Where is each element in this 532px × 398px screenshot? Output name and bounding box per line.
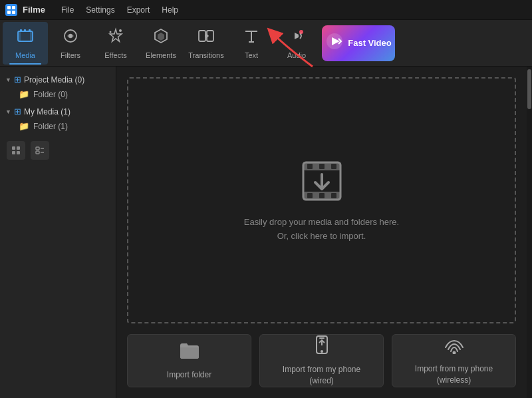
media-dropzone[interactable]: Easily drop your media and folders here.… (127, 77, 516, 323)
fast-video-button[interactable]: Fast Video (322, 25, 395, 61)
svg-rect-0 (7, 6, 11, 9)
toolbar-filters[interactable]: Filters (48, 22, 93, 65)
import-phone-wireless-label: Import from my phone(wireless) (415, 363, 493, 386)
sidebar-project-media-label: Project Media (0) (24, 75, 84, 85)
sidebar-folder-1[interactable]: 📁 Folder (1) (0, 119, 116, 133)
toolbar-transitions[interactable]: Transitions (184, 22, 229, 65)
main-area: ▼ ⊞ Project Media (0) 📁 Folder (0) ▼ ⊞ M… (0, 67, 532, 398)
effects-icon (107, 27, 124, 49)
toolbar-elements-label: Elements (146, 51, 176, 59)
svg-point-13 (110, 31, 112, 33)
sidebar-section-my-media: ▼ ⊞ My Media (1) 📁 Folder (1) (0, 104, 116, 133)
sidebar-my-media-header[interactable]: ▼ ⊞ My Media (1) (0, 104, 116, 119)
svg-rect-40 (319, 337, 325, 339)
sidebar-folder-1-label: Folder (1) (33, 122, 68, 131)
film-icon (298, 157, 346, 205)
svg-point-12 (119, 29, 122, 32)
text-icon (243, 27, 260, 49)
menu-file[interactable]: File (56, 4, 79, 16)
toolbar-effects-label: Effects (104, 51, 126, 59)
chevron-down-icon: ▼ (5, 77, 11, 83)
folder-icon: 📁 (19, 89, 29, 99)
svg-rect-35 (331, 164, 336, 169)
svg-rect-38 (331, 193, 336, 198)
svg-rect-9 (24, 29, 26, 32)
toolbar-audio[interactable]: ♪ Audio (274, 22, 319, 65)
folder-icon-3 (179, 341, 200, 364)
svg-rect-8 (29, 29, 31, 32)
sidebar-my-media-label: My Media (1) (24, 107, 70, 116)
svg-rect-26 (36, 147, 39, 150)
sidebar-view-grid-button[interactable] (7, 141, 25, 160)
toolbar-text-label: Text (245, 51, 258, 59)
svg-point-42 (452, 351, 456, 355)
sidebar-section-project-media: ▼ ⊞ Project Media (0) 📁 Folder (0) (0, 72, 116, 101)
phone-wireless-icon (442, 335, 466, 358)
svg-rect-33 (307, 164, 313, 169)
import-phone-wireless-button[interactable]: Import from my phone(wireless) (392, 334, 516, 387)
audio-icon: ♪ (288, 27, 305, 49)
import-folder-button[interactable]: Import folder (127, 334, 251, 387)
svg-rect-23 (17, 146, 20, 150)
sidebar: ▼ ⊞ Project Media (0) 📁 Folder (0) ▼ ⊞ M… (0, 67, 116, 398)
toolbar-transitions-label: Transitions (188, 51, 223, 59)
svg-rect-16 (199, 31, 205, 41)
app-icon (5, 4, 17, 16)
filters-icon (62, 27, 79, 49)
scroll-thumb[interactable] (527, 69, 531, 109)
svg-rect-7 (20, 29, 22, 32)
menu-settings[interactable]: Settings (80, 4, 120, 16)
elements-icon (152, 27, 170, 49)
transitions-icon (198, 27, 215, 49)
import-phone-wired-button[interactable]: Import from my phone(wired) (259, 334, 384, 387)
toolbar-filters-label: Filters (61, 51, 80, 59)
toolbar-effects[interactable]: Effects (93, 22, 138, 65)
svg-rect-37 (319, 193, 325, 198)
scrollbar[interactable] (527, 67, 532, 398)
fast-video-icon (325, 32, 344, 54)
sidebar-folder-0[interactable]: 📁 Folder (0) (0, 87, 116, 101)
app-title: Filme (23, 5, 45, 15)
toolbar: Media Filters Effects E (0, 20, 532, 67)
toolbar-text[interactable]: Text (229, 22, 274, 65)
sidebar-folder-0-label: Folder (0) (33, 90, 68, 99)
toolbar-elements[interactable]: Elements (138, 22, 184, 65)
sidebar-project-media-header[interactable]: ▼ ⊞ Project Media (0) (0, 72, 116, 87)
svg-rect-34 (319, 164, 325, 169)
svg-rect-6 (30, 31, 33, 41)
import-buttons-bar: Import folder Import from my phone(wired… (116, 334, 527, 398)
dropzone-line2: Or, click here to import. (244, 230, 399, 244)
sidebar-view-list-button[interactable] (31, 141, 49, 160)
import-folder-label: Import folder (167, 369, 211, 381)
svg-rect-3 (12, 11, 15, 14)
svg-rect-27 (36, 151, 39, 154)
dropzone-text: Easily drop your media and folders here.… (244, 216, 399, 244)
svg-rect-5 (18, 31, 21, 41)
phone-wired-icon (313, 335, 331, 359)
svg-rect-25 (17, 151, 20, 154)
fast-video-label: Fast Video (348, 38, 392, 48)
menu-help[interactable]: Help (156, 4, 184, 16)
folder-icon-2: 📁 (19, 121, 29, 131)
svg-rect-2 (7, 11, 11, 14)
media-icon (17, 27, 34, 49)
import-phone-wired-label: Import from my phone(wired) (283, 364, 360, 387)
svg-point-41 (321, 350, 323, 353)
menu-bar: File Settings Export Help (56, 4, 184, 16)
content-area: Easily drop your media and folders here.… (116, 67, 527, 398)
svg-rect-1 (12, 6, 15, 9)
grid-icon: ⊞ (14, 75, 21, 85)
svg-rect-24 (12, 151, 15, 154)
chevron-down-icon-2: ▼ (5, 108, 11, 115)
titlebar: Filme File Settings Export Help (0, 0, 532, 20)
menu-export[interactable]: Export (122, 4, 156, 16)
svg-point-11 (68, 34, 72, 38)
svg-marker-15 (158, 33, 164, 41)
sidebar-bottom-bar (0, 136, 116, 165)
toolbar-media[interactable]: Media (3, 22, 48, 65)
svg-rect-36 (307, 193, 313, 198)
svg-rect-22 (12, 146, 15, 150)
toolbar-audio-label: Audio (287, 51, 306, 59)
dropzone-line1: Easily drop your media and folders here. (244, 216, 399, 230)
toolbar-media-label: Media (15, 51, 35, 59)
